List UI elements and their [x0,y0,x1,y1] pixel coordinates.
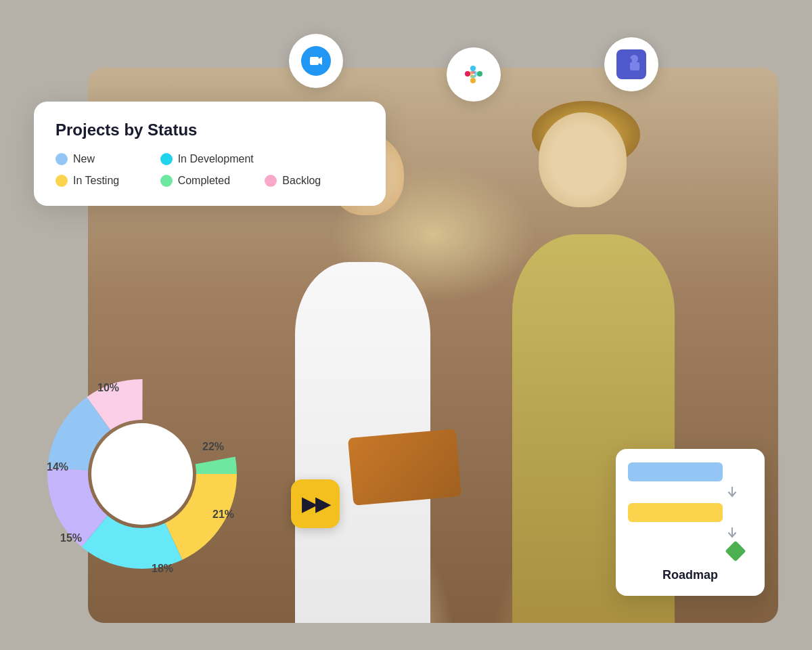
new-dot [55,153,68,165]
svg-rect-2 [465,71,470,77]
in-testing-label: In Testing [73,175,119,187]
pct-completed: 22% [202,441,224,452]
legend-title: Projects by Status [55,121,364,139]
pct-in-testing: 21% [212,508,234,520]
legend-item-completed: Completed [160,175,260,187]
completed-label: Completed [178,175,230,187]
roadmap-arrow-2 [628,527,739,538]
legend-item-in-development: In Development [160,153,364,165]
pct-new: 14% [47,461,68,473]
make-logo-text: ▶▶ [302,493,329,515]
in-testing-dot [55,175,68,187]
scene: Projects by Status New In Development In… [34,27,778,623]
backlog-dot [265,175,277,187]
svg-rect-9 [470,71,473,77]
completed-dot [160,175,173,187]
backlog-label: Backlog [282,175,321,187]
pct-backlog: 10% [97,382,119,393]
teams-icon [616,49,646,79]
legend-item-backlog: Backlog [265,175,364,187]
in-development-dot [160,153,173,165]
roadmap-label: Roadmap [628,568,752,582]
svg-rect-5 [470,78,476,83]
roadmap-arrow-down-icon [725,487,739,498]
roadmap-arrow-down-icon-2 [725,527,739,538]
person-right-head [539,112,627,207]
legend-item-new: New [55,153,155,165]
svg-marker-1 [319,57,322,65]
donut-chart-container: 22% 21% 18% 15% 14% 10% [14,345,271,603]
zoom-icon [301,46,331,76]
svg-rect-13 [630,62,639,70]
svg-rect-3 [470,66,476,71]
svg-rect-4 [477,71,482,77]
roadmap-row-2 [628,503,752,522]
roadmap-diamond-row [628,544,743,559]
roadmap-blocks [628,462,752,559]
legend-grid: New In Development In Testing Completed … [55,153,364,187]
zoom-icon-bubble [289,34,343,88]
svg-rect-0 [310,57,319,65]
roadmap-card: Roadmap [616,449,765,596]
roadmap-diamond [725,540,746,561]
integration-icons-container [169,27,778,102]
new-label: New [73,153,95,165]
roadmap-block-yellow [628,503,723,522]
legend-item-in-testing: In Testing [55,175,155,187]
donut-center [91,423,193,525]
donut-chart-svg: 22% 21% 18% 15% 14% 10% [14,345,271,603]
teams-icon-bubble [604,37,658,91]
tablet [348,429,461,506]
in-development-label: In Development [178,153,254,165]
slack-icon-bubble [447,47,501,102]
slack-icon [461,62,487,87]
roadmap-arrow-1 [628,487,739,498]
pct-in-development: 18% [152,563,173,574]
roadmap-row-1 [628,462,752,481]
pct-unknown: 15% [60,532,82,544]
roadmap-block-blue [628,462,723,481]
make-logo: ▶▶ [291,479,340,528]
legend-card: Projects by Status New In Development In… [34,102,386,206]
